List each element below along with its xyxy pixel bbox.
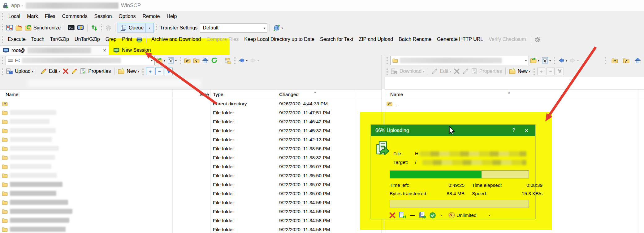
upload-button[interactable]: Upload▾ <box>5 68 35 75</box>
open-directory-button[interactable]: ▾ <box>529 57 541 64</box>
table-row[interactable]: File folder 9/22/2020 11:46:42 PM <box>0 117 382 126</box>
session-globe-button[interactable]: ▾ <box>272 24 284 31</box>
properties-button[interactable]: Properties <box>79 68 112 74</box>
table-row[interactable]: File folder 9/22/2020 11:42:13 PM <box>0 135 382 144</box>
unselect-files-button[interactable]: − <box>155 68 163 75</box>
rename-button[interactable] <box>461 68 470 74</box>
toolbar-grip[interactable] <box>180 57 181 64</box>
edit-button[interactable]: Edit▾ <box>39 68 62 74</box>
remote-path-select[interactable]: ▾ <box>390 56 529 65</box>
open-directory-button[interactable]: ▾ <box>155 57 166 64</box>
customize-commands-gear-button[interactable] <box>533 36 542 43</box>
refresh-button[interactable] <box>210 57 219 64</box>
toolbar-grip[interactable] <box>234 57 236 64</box>
toolbar-grip[interactable] <box>534 68 535 75</box>
menu-item[interactable]: Session <box>91 14 115 19</box>
toolbar-grip[interactable] <box>142 68 144 75</box>
table-row[interactable]: File folder 9/22/2020 11:35:50 PM <box>0 171 382 180</box>
dialog-close-button[interactable]: × <box>522 127 531 134</box>
command-item[interactable]: Execute <box>5 37 28 42</box>
delete-button[interactable] <box>452 68 461 74</box>
close-tab-icon[interactable]: × <box>103 47 106 54</box>
toolbar-grip[interactable] <box>2 36 3 43</box>
open-terminal-button[interactable] <box>67 24 76 31</box>
dialog-title-bar[interactable]: 66% Uploading ? × <box>371 125 535 136</box>
back-button[interactable]: ▾ <box>237 57 249 64</box>
commander-sync-button[interactable] <box>14 24 24 31</box>
toolbar-grip[interactable] <box>156 24 157 31</box>
command-item[interactable]: Tar/GZip <box>47 37 72 42</box>
select-files-button[interactable]: + <box>537 68 545 75</box>
select-files-button[interactable]: + <box>146 68 154 75</box>
table-row-parent[interactable]: .. <box>385 99 644 108</box>
menu-item[interactable]: Mark <box>24 14 41 19</box>
queue-toggle-button[interactable]: Queue ▾ <box>118 23 154 33</box>
new-button[interactable]: New▾ <box>117 68 140 75</box>
new-button[interactable]: New▾ <box>508 68 532 75</box>
command-item[interactable]: Touch <box>28 37 47 42</box>
column-header-name[interactable]: Name ∧ <box>390 92 403 97</box>
preferences-gear-button[interactable] <box>104 25 113 31</box>
table-row[interactable]: File folder 9/22/2020 11:34:58 PM <box>0 225 382 233</box>
transfer-settings-select[interactable]: Default▾ <box>200 23 267 33</box>
dialog-help-button[interactable]: ? <box>505 127 522 134</box>
root-directory-button[interactable] <box>622 57 631 64</box>
home-directory-button[interactable] <box>201 57 210 64</box>
edit-button[interactable]: Edit▾ <box>430 68 452 74</box>
toolbar-grip[interactable] <box>387 57 388 64</box>
table-row[interactable]: File folder 9/22/2020 11:38:32 PM <box>0 153 382 162</box>
forward-button[interactable]: ▾ <box>249 57 260 64</box>
menu-item[interactable]: Options <box>115 14 139 19</box>
root-directory-button[interactable] <box>192 57 201 64</box>
synchronize-button[interactable]: Synchronize <box>24 24 62 31</box>
command-item[interactable]: Archive and Download <box>149 37 204 42</box>
command-item[interactable]: Grep <box>103 37 119 42</box>
unattended-dropdown-icon[interactable]: ▾ <box>440 213 442 217</box>
open-putty-button[interactable] <box>76 24 85 31</box>
table-row[interactable]: File folder 9/22/2020 11:47:51 PM <box>0 108 382 117</box>
menu-item[interactable]: Local <box>5 14 24 19</box>
command-item[interactable]: Print <box>119 37 135 42</box>
delete-button[interactable] <box>61 68 70 74</box>
queue-dropdown[interactable]: ▾ <box>145 23 152 33</box>
forward-button[interactable]: ▾ <box>568 57 580 64</box>
toolbar-grip[interactable] <box>2 24 3 31</box>
table-row-parent[interactable]: Parent directory 9/26/2020 4:44:33 PM <box>0 99 382 108</box>
table-row[interactable]: File folder 9/22/2020 11:34:59 PM <box>0 207 382 216</box>
local-drive-select[interactable]: H: ▾ <box>6 56 155 65</box>
column-header-type[interactable]: Type <box>213 92 223 97</box>
command-item[interactable]: Search for Text <box>317 37 356 42</box>
column-divider[interactable] <box>638 90 638 233</box>
toolbar-grip[interactable] <box>554 57 555 64</box>
rename-button[interactable] <box>70 68 79 74</box>
back-button[interactable]: ▾ <box>557 57 568 64</box>
toolbar-grip[interactable] <box>2 57 3 64</box>
column-header-size[interactable]: Size <box>172 92 209 97</box>
directory-tree-button[interactable] <box>223 57 232 64</box>
sync-browsing-button[interactable] <box>5 24 14 31</box>
menu-item[interactable]: Commands <box>59 14 91 19</box>
command-item[interactable]: Compare Files <box>204 37 241 42</box>
table-row[interactable]: File folder 9/22/2020 11:36:07 PM <box>0 162 382 171</box>
menu-item[interactable]: Help <box>163 14 180 19</box>
command-item[interactable]: Verify Checksum <box>486 37 529 42</box>
session-tab-active[interactable]: root@ × <box>0 45 109 55</box>
table-row[interactable]: File folder 9/22/2020 11:35:00 PM <box>0 189 382 198</box>
filter-button[interactable]: ▾ <box>541 57 552 64</box>
cancel-transfer-icon[interactable] <box>389 212 396 219</box>
command-item[interactable]: Generate HTTP URL <box>434 37 486 42</box>
column-header-name[interactable]: Name <box>6 92 18 97</box>
toolbar-grip[interactable] <box>605 57 606 64</box>
parent-directory-button[interactable] <box>610 57 619 64</box>
print-icon[interactable] <box>135 36 144 43</box>
table-row[interactable]: File folder 9/22/2020 11:35:02 PM <box>0 180 382 189</box>
new-session-tab[interactable]: New Session <box>109 45 155 55</box>
table-row[interactable]: File folder 9/22/2020 11:38:56 PM <box>0 144 382 153</box>
menu-item[interactable]: Remote <box>139 14 163 19</box>
unselect-files-button[interactable]: − <box>547 68 555 75</box>
skip-file-icon[interactable] <box>399 212 406 219</box>
command-item[interactable]: ZIP and Upload <box>356 37 396 42</box>
toolbar-grip[interactable] <box>101 24 102 31</box>
table-row[interactable]: File folder 9/22/2020 11:45:32 PM <box>0 126 382 135</box>
minimize-icon[interactable] <box>410 215 415 216</box>
